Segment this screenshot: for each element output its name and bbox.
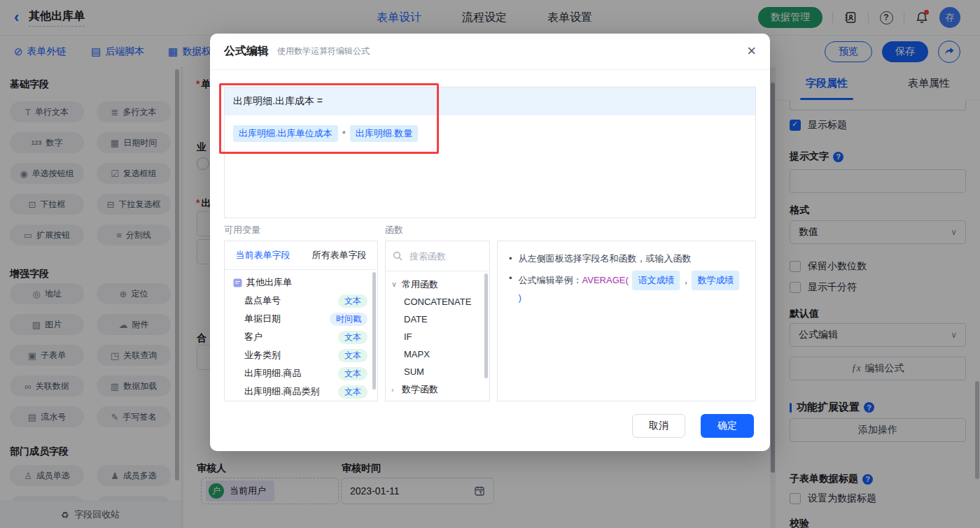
functions-tree: ∨ 常用函数 CONCATENATE DATE IF MAPX SUM › 数学…: [386, 271, 489, 401]
form-doc-icon: [233, 278, 242, 287]
formula-editor-area[interactable]: 出库明细.出库成本 = 出库明细.出库单位成本 * 出库明细.数量: [224, 87, 756, 218]
type-badge: 文本: [338, 294, 368, 308]
variable-name: 单据日期: [244, 313, 281, 325]
variable-row-partial[interactable]: [225, 401, 377, 401]
bullet-icon: •: [509, 271, 512, 306]
type-badge: 时间戳: [330, 313, 368, 326]
formula-target: 出库明细.出库成本 =: [233, 95, 323, 108]
formula-tips-panel: • 从左侧面板选择字段名和函数，或输入函数 • 公式编辑举例：AVERAGE( …: [497, 241, 756, 401]
functions-pane-label: 函数: [385, 224, 403, 236]
example-field-token: 数学成绩: [692, 271, 739, 290]
formula-operand-token[interactable]: 出库明细.数量: [350, 125, 419, 142]
variable-name: 出库明细.商品类别: [244, 385, 320, 398]
variables-panel: 当前表单字段 所有表单字段 其他出库单 盘点单号 文本 单据日期 时间戳 客户: [224, 241, 378, 401]
formula-operator: *: [342, 129, 346, 139]
group-label: 常用函数: [402, 278, 438, 291]
variable-row[interactable]: 单据日期 时间戳: [225, 310, 377, 328]
variables-tree: 其他出库单 盘点单号 文本 单据日期 时间戳 客户 文本 业务类别 文本 出库明…: [225, 270, 377, 401]
function-search-input[interactable]: [408, 250, 478, 262]
close-icon[interactable]: ×: [747, 43, 756, 59]
cancel-button[interactable]: 取消: [632, 414, 685, 438]
tip-line-example: • 公式编辑举例：AVERAGE( 语文成绩，数学成绩 ): [509, 271, 744, 306]
function-item[interactable]: DATE: [386, 311, 489, 328]
group-label: 文本函数: [402, 401, 438, 402]
functions-panel: ∨ 常用函数 CONCATENATE DATE IF MAPX SUM › 数学…: [385, 241, 490, 401]
function-item[interactable]: CONCATENATE: [386, 293, 489, 311]
bullet-icon: •: [509, 251, 512, 266]
tip-text: 公式编辑举例：: [519, 275, 582, 285]
function-group-text[interactable]: › 文本函数: [386, 398, 489, 401]
function-item[interactable]: MAPX: [386, 345, 489, 363]
variable-row[interactable]: 出库明细.商品 文本: [225, 364, 377, 383]
function-group-common[interactable]: ∨ 常用函数: [386, 276, 489, 293]
modal-subtitle: 使用数学运算符编辑公式: [277, 45, 370, 57]
tip-example: 公式编辑举例：AVERAGE( 语文成绩，数学成绩 ): [519, 271, 744, 306]
function-item[interactable]: IF: [386, 328, 489, 345]
group-label: 数学函数: [402, 383, 438, 396]
functions-scrollbar[interactable]: [484, 273, 488, 378]
variable-name: 客户: [244, 331, 262, 343]
modal-title: 公式编辑: [224, 44, 269, 59]
tip-text: 从左侧面板选择字段名和函数，或输入函数: [519, 251, 692, 266]
type-badge: 文本: [338, 331, 368, 344]
formula-operand-token[interactable]: 出库明细.出库单位成本: [233, 125, 338, 142]
search-icon: [393, 251, 402, 261]
formula-target-row: 出库明细.出库成本 =: [225, 87, 755, 115]
tip-line: • 从左侧面板选择字段名和函数，或输入函数: [509, 251, 744, 266]
variable-name: 盘点单号: [244, 294, 281, 307]
variable-row[interactable]: 业务类别 文本: [225, 346, 377, 364]
formula-expression: 出库明细.出库单位成本 * 出库明细.数量: [233, 125, 747, 142]
type-badge: 文本: [338, 385, 368, 399]
comma: ，: [681, 275, 690, 285]
function-token: AVERAGE(: [582, 275, 629, 285]
variables-scrollbar[interactable]: [372, 272, 376, 390]
variable-row[interactable]: 盘点单号 文本: [225, 292, 377, 310]
formula-editor-modal: 公式编辑 使用数学运算符编辑公式 × 出库明细.出库成本 = 出库明细.出库单位…: [210, 34, 770, 451]
variable-name: 业务类别: [244, 349, 281, 362]
variables-pane-label: 可用变量: [224, 224, 260, 236]
chevron-down-icon: ∨: [391, 280, 398, 289]
variable-root-label: 其他出库单: [246, 276, 292, 289]
variable-row[interactable]: 出库明细.商品类别 文本: [225, 383, 377, 401]
variable-row[interactable]: 客户 文本: [225, 328, 377, 346]
function-group-math[interactable]: › 数学函数: [386, 380, 489, 398]
close-paren: ): [519, 292, 522, 303]
tab-current-form-fields[interactable]: 当前表单字段: [225, 241, 301, 269]
tab-all-form-fields[interactable]: 所有表单字段: [301, 241, 377, 269]
example-field-token: 语文成绩: [632, 271, 680, 290]
modal-header: 公式编辑 使用数学运算符编辑公式 ×: [210, 34, 770, 70]
variable-root-row[interactable]: 其他出库单: [225, 273, 377, 292]
function-item[interactable]: SUM: [386, 363, 489, 380]
function-search-row: [386, 241, 489, 271]
type-badge: 文本: [338, 367, 368, 380]
variables-tabs: 当前表单字段 所有表单字段: [225, 241, 377, 270]
chevron-right-icon: ›: [391, 385, 398, 394]
variable-name: 出库明细.商品: [244, 367, 302, 380]
type-badge: 文本: [338, 349, 368, 362]
confirm-button[interactable]: 确定: [701, 414, 754, 438]
